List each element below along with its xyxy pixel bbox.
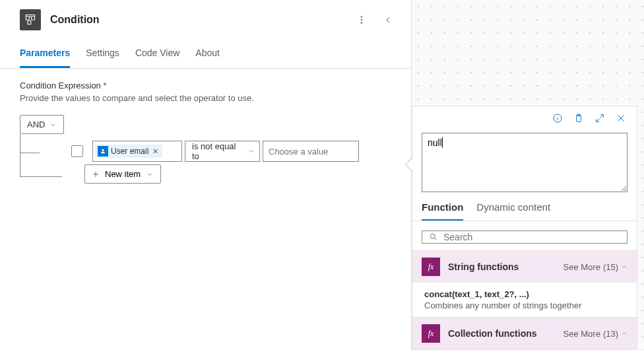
expression-flyout: null Function Dynamic content fx String … [412, 106, 637, 350]
text-cursor [442, 137, 443, 148]
function-search[interactable] [422, 230, 628, 244]
tab-dynamic-content[interactable]: Dynamic content [476, 201, 550, 221]
function-item-concat[interactable]: concat(text_1, text_2?, ...) Combines an… [412, 283, 637, 317]
canvas-background: null Function Dynamic content fx String … [412, 0, 644, 350]
tree-line [20, 134, 20, 153]
tree-line [20, 176, 62, 177]
operator-label: is not equal to [192, 141, 243, 161]
chevron-up-icon [621, 330, 628, 337]
row-checkbox[interactable] [71, 145, 83, 157]
search-icon [429, 232, 438, 242]
category-title: String functions [448, 262, 519, 272]
condition-editor-pane: Condition Parameters Settings Code View … [0, 0, 412, 350]
tab-settings[interactable]: Settings [86, 40, 119, 68]
more-icon[interactable] [352, 10, 371, 30]
expression-area: AND User email ✕ [20, 115, 391, 184]
see-more-button[interactable]: See More (13) [564, 329, 628, 339]
svg-line-9 [596, 119, 600, 122]
section-label-text: Condition Expression [20, 81, 101, 90]
clipboard-icon[interactable] [572, 112, 585, 125]
tree-line [20, 153, 20, 176]
category-string-functions[interactable]: fx String functions See More (15) [412, 250, 637, 283]
category-title: Collection functions [448, 328, 537, 339]
section-desc: Provide the values to compare and select… [20, 93, 391, 103]
see-more-button[interactable]: See More (15) [564, 262, 628, 272]
see-more-label: See More [564, 329, 600, 339]
new-item-label: New item [105, 169, 141, 179]
svg-point-12 [430, 234, 435, 238]
flyout-tabs: Function Dynamic content [412, 192, 637, 221]
token-remove-icon[interactable]: ✕ [151, 147, 160, 156]
fx-icon: fx [422, 324, 440, 343]
tab-function[interactable]: Function [422, 201, 463, 221]
section-label: Condition Expression * [20, 81, 391, 90]
chevron-down-icon [146, 170, 154, 178]
chevron-down-icon [247, 147, 255, 155]
tree-line [20, 153, 40, 153]
required-indicator: * [103, 81, 106, 90]
svg-point-1 [361, 19, 362, 20]
logic-operator-label: AND [27, 120, 45, 129]
svg-point-0 [361, 17, 362, 18]
header: Condition [0, 0, 411, 40]
condition-row: User email ✕ is not equal to [40, 141, 391, 162]
tab-about[interactable]: About [195, 40, 220, 68]
close-icon[interactable] [614, 112, 628, 125]
svg-line-8 [600, 115, 604, 118]
expand-icon[interactable] [593, 112, 606, 125]
expression-textarea[interactable]: null [422, 133, 628, 192]
category-collection-functions[interactable]: fx Collection functions See More (13) [412, 317, 637, 349]
chevron-up-icon [621, 263, 628, 270]
plus-icon [92, 170, 100, 178]
operator-select[interactable]: is not equal to [185, 141, 260, 162]
flyout-header [412, 106, 637, 130]
function-search-input[interactable] [443, 232, 620, 242]
svg-point-5 [557, 116, 558, 117]
tabs: Parameters Settings Code View About [0, 40, 411, 69]
expression-text: null [428, 137, 442, 148]
see-more-count: (13) [603, 329, 618, 339]
new-item-button[interactable]: New item [84, 164, 161, 184]
see-more-count: (15) [603, 262, 618, 272]
see-more-label: See More [564, 262, 600, 272]
token-label: User email [111, 147, 148, 156]
svg-line-13 [434, 238, 436, 240]
svg-point-2 [361, 22, 362, 24]
logic-operator-select[interactable]: AND [20, 115, 64, 134]
left-operand-input[interactable]: User email ✕ [92, 141, 182, 162]
header-title: Condition [50, 14, 100, 26]
info-icon[interactable] [551, 112, 564, 125]
header-actions [352, 10, 398, 30]
condition-icon [20, 9, 41, 30]
fx-icon: fx [422, 258, 440, 276]
function-signature: concat(text_1, text_2?, ...) [424, 289, 625, 299]
function-description: Combines any number of strings together [424, 300, 625, 310]
tab-code-view[interactable]: Code View [135, 40, 179, 68]
collapse-icon[interactable] [378, 10, 398, 30]
dynamic-content-token[interactable]: User email ✕ [95, 145, 162, 158]
divider [412, 221, 637, 221]
tab-parameters[interactable]: Parameters [20, 40, 70, 68]
panel-body: Condition Expression * Provide the value… [0, 69, 411, 195]
right-operand-input[interactable] [263, 141, 359, 162]
user-icon [98, 146, 108, 157]
chevron-down-icon [49, 121, 57, 129]
